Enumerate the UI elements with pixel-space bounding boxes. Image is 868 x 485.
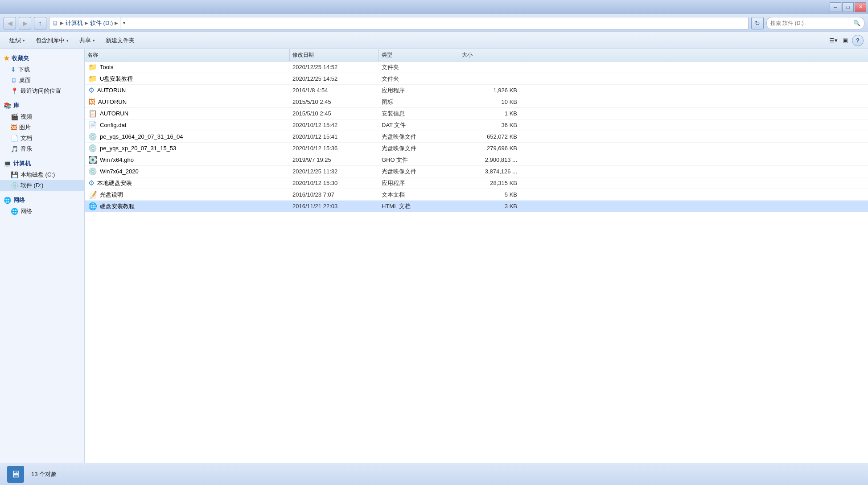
view-dropdown-button[interactable]: ☰▾	[827, 35, 839, 46]
computer-icon: 💻	[4, 160, 11, 167]
new-folder-label: 新建文件夹	[106, 37, 135, 45]
file-date-cell: 2020/12/25 14:52	[290, 62, 379, 73]
title-bar: ─ □ ✕	[0, 0, 868, 14]
file-type-cell: 光盘映像文件	[379, 166, 459, 177]
help-button[interactable]: ?	[852, 35, 864, 46]
sidebar-library-section: 📚 库 🎬 视频 🖼 图片 📄 文档 🎵 音乐	[0, 100, 84, 154]
network-icon: 🌐	[4, 197, 11, 204]
minimize-button[interactable]: ─	[830, 2, 841, 12]
file-type-icon: 💿	[88, 144, 97, 152]
ddrive-icon: 💿	[11, 182, 18, 189]
sidebar-library-header[interactable]: 📚 库	[0, 100, 84, 111]
file-date-cell: 2015/5/10 2:45	[290, 108, 379, 119]
sidebar-item-download[interactable]: ⬇ 下载	[0, 64, 84, 75]
sidebar-item-cdrive[interactable]: 💾 本地磁盘 (C:)	[0, 169, 84, 180]
video-icon: 🎬	[11, 113, 18, 120]
file-size-cell: 28,315 KB	[459, 177, 526, 189]
file-name-cell: ⚙ 本地硬盘安装	[85, 177, 290, 189]
file-date-cell: 2016/11/21 22:03	[290, 201, 379, 212]
forward-button[interactable]: ▶	[19, 17, 31, 29]
file-name-cell: 🖼 AUTORUN	[85, 96, 290, 107]
share-button[interactable]: 共享 ▾	[74, 34, 100, 47]
table-row[interactable]: 📝 光盘说明 2016/10/23 7:07 文本文档 5 KB	[85, 189, 868, 201]
download-label: 下载	[18, 66, 30, 74]
file-name: pe_yqs_1064_20_07_31_16_04	[100, 133, 183, 140]
file-type-cell: DAT 文件	[379, 119, 459, 131]
table-row[interactable]: 🖼 AUTORUN 2015/5/10 2:45 图标 10 KB	[85, 96, 868, 108]
organize-dropdown-icon: ▾	[23, 38, 25, 43]
sidebar-network-header[interactable]: 🌐 网络	[0, 194, 84, 206]
search-input[interactable]	[770, 20, 851, 26]
sidebar-computer-header[interactable]: 💻 计算机	[0, 158, 84, 169]
col-header-name[interactable]: 名称	[85, 49, 290, 61]
new-folder-button[interactable]: 新建文件夹	[101, 34, 140, 47]
sidebar-item-recent[interactable]: 📍 最近访问的位置	[0, 86, 84, 96]
maximize-button[interactable]: □	[842, 2, 854, 12]
file-name-cell: 📄 Config.dat	[85, 119, 290, 131]
file-name-cell: 📝 光盘说明	[85, 189, 290, 200]
refresh-button[interactable]: ↻	[751, 17, 764, 29]
table-row[interactable]: 💿 pe_yqs_xp_20_07_31_15_53 2020/10/12 15…	[85, 143, 868, 154]
file-name: pe_yqs_xp_20_07_31_15_53	[100, 145, 176, 152]
col-header-date[interactable]: 修改日期	[290, 49, 379, 61]
image-icon: 🖼	[11, 124, 17, 131]
table-row[interactable]: 📄 Config.dat 2020/10/12 15:42 DAT 文件 36 …	[85, 119, 868, 131]
table-row[interactable]: 💽 Win7x64.gho 2019/9/7 19:25 GHO 文件 2,90…	[85, 154, 868, 166]
col-date-label: 修改日期	[292, 51, 314, 59]
sidebar-item-image[interactable]: 🖼 图片	[0, 122, 84, 133]
file-name: Win7x64.gho	[100, 156, 134, 163]
sidebar-item-network[interactable]: 🌐 网络	[0, 206, 84, 217]
breadcrumb-arrow-3: ▶	[115, 21, 118, 25]
back-button[interactable]: ◀	[4, 17, 16, 29]
sidebar-item-ddrive[interactable]: 💿 软件 (D:)	[0, 180, 84, 191]
table-row[interactable]: 📁 U盘安装教程 2020/12/25 14:52 文件夹	[85, 73, 868, 85]
up-button[interactable]: ↑	[34, 17, 46, 29]
file-type-icon: ⚙	[88, 179, 95, 187]
col-type-label: 类型	[382, 51, 392, 59]
col-header-size[interactable]: 大小	[459, 49, 526, 61]
file-date-cell: 2016/10/23 7:07	[290, 189, 379, 200]
file-type-cell: 文件夹	[379, 62, 459, 73]
desktop-icon: 🖥	[11, 77, 17, 84]
sidebar-item-music[interactable]: 🎵 音乐	[0, 144, 84, 154]
file-type-icon: 📄	[88, 121, 97, 129]
include-lib-dropdown-icon: ▾	[66, 38, 69, 43]
breadcrumb-computer[interactable]: 计算机	[66, 19, 83, 27]
file-name: 光盘说明	[100, 191, 123, 199]
table-row[interactable]: ⚙ 本地硬盘安装 2020/10/12 15:30 应用程序 28,315 KB	[85, 177, 868, 189]
organize-button[interactable]: 组织 ▾	[4, 34, 30, 47]
file-type-icon: 🌐	[88, 202, 97, 210]
file-name-cell: 📋 AUTORUN	[85, 108, 290, 119]
table-row[interactable]: 📁 Tools 2020/12/25 14:52 文件夹	[85, 62, 868, 73]
title-bar-buttons: ─ □ ✕	[830, 2, 866, 12]
file-type-cell: 光盘映像文件	[379, 143, 459, 154]
table-row[interactable]: 📋 AUTORUN 2015/5/10 2:45 安装信息 1 KB	[85, 108, 868, 119]
sidebar-item-desktop[interactable]: 🖥 桌面	[0, 75, 84, 86]
col-name-label: 名称	[87, 51, 98, 59]
sidebar-favorites-header[interactable]: ★ 收藏夹	[0, 53, 84, 64]
file-type-icon: 🖼	[88, 98, 95, 106]
breadcrumb-dropdown[interactable]: ▾	[120, 17, 128, 29]
desktop-label: 桌面	[19, 76, 31, 84]
table-row[interactable]: 🌐 硬盘安装教程 2016/11/21 22:03 HTML 文档 3 KB	[85, 201, 868, 212]
include-library-button[interactable]: 包含到库中 ▾	[31, 34, 74, 47]
preview-pane-button[interactable]: ▣	[839, 35, 851, 46]
table-row[interactable]: ⚙ AUTORUN 2016/1/8 4:54 应用程序 1,926 KB	[85, 85, 868, 96]
breadcrumb-ddrive[interactable]: 软件 (D:)	[90, 19, 113, 27]
computer-icon: 🖥	[52, 20, 58, 27]
file-size-cell: 1,926 KB	[459, 85, 526, 96]
file-size-cell: 10 KB	[459, 96, 526, 107]
table-row[interactable]: 💿 Win7x64_2020 2020/12/25 11:32 光盘映像文件 3…	[85, 166, 868, 177]
file-size-cell: 279,696 KB	[459, 143, 526, 154]
file-name-cell: 💽 Win7x64.gho	[85, 154, 290, 165]
breadcrumb-bar: 🖥 ▶ 计算机 ▶ 软件 (D:) ▶ ▾	[49, 17, 749, 29]
file-type-icon: 📝	[88, 190, 97, 199]
file-rows-container: 📁 Tools 2020/12/25 14:52 文件夹 📁 U盘安装教程 20…	[85, 62, 868, 212]
table-row[interactable]: 💿 pe_yqs_1064_20_07_31_16_04 2020/10/12 …	[85, 131, 868, 143]
sidebar-item-document[interactable]: 📄 文档	[0, 133, 84, 144]
music-icon: 🎵	[11, 145, 18, 152]
status-icon: 🖥	[7, 466, 24, 483]
close-button[interactable]: ✕	[855, 2, 866, 12]
col-header-type[interactable]: 类型	[379, 49, 459, 61]
sidebar-item-video[interactable]: 🎬 视频	[0, 111, 84, 122]
